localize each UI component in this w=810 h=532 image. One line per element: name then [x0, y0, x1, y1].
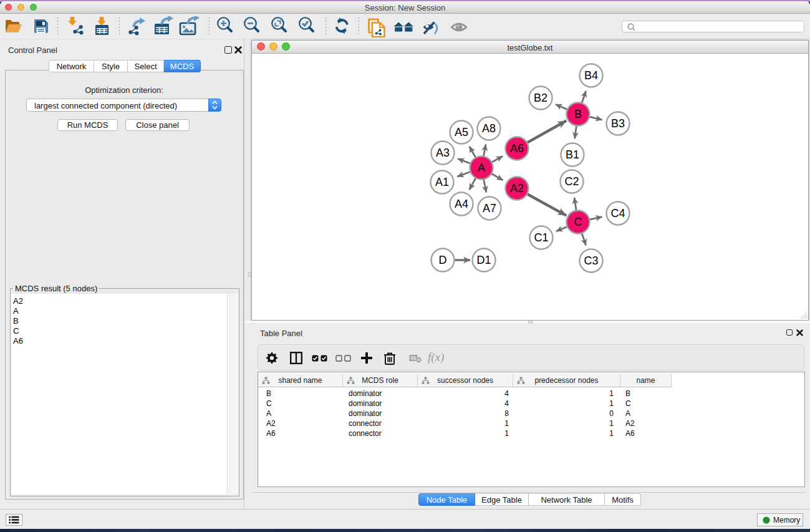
- svg-text:C2: C2: [564, 175, 579, 188]
- svg-text:B: B: [574, 108, 582, 120]
- svg-text:B3: B3: [611, 117, 625, 130]
- svg-text:A4: A4: [455, 198, 468, 210]
- svg-text:D1: D1: [476, 254, 491, 266]
- svg-text:C: C: [574, 216, 582, 228]
- svg-text:B4: B4: [584, 69, 598, 82]
- svg-text:A8: A8: [482, 122, 496, 135]
- svg-text:C1: C1: [534, 231, 548, 244]
- svg-text:A5: A5: [455, 126, 468, 138]
- svg-text:A1: A1: [435, 176, 449, 188]
- svg-text:C4: C4: [610, 207, 625, 220]
- svg-text:C3: C3: [584, 254, 598, 267]
- svg-text:A7: A7: [483, 202, 496, 215]
- svg-text:B1: B1: [566, 148, 579, 161]
- svg-text:A6: A6: [510, 142, 524, 155]
- svg-text:D: D: [439, 254, 447, 266]
- svg-text:B2: B2: [534, 92, 547, 104]
- svg-text:A: A: [478, 162, 485, 174]
- svg-text:A3: A3: [436, 147, 450, 159]
- svg-text:A2: A2: [510, 182, 524, 195]
